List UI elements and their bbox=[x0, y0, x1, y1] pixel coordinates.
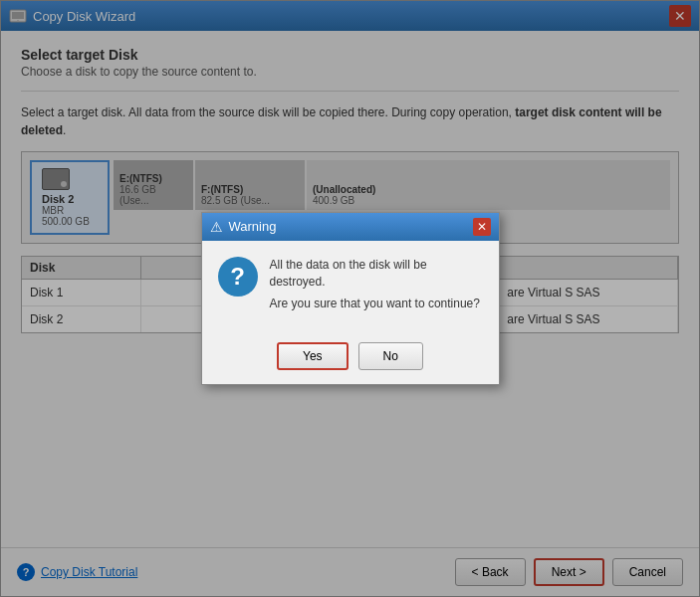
dialog-body: ? All the data on the disk will be destr… bbox=[202, 241, 499, 334]
dialog-message2: Are you sure that you want to continue? bbox=[270, 296, 483, 312]
warning-dialog: ⚠ Warning ✕ ? All the data on the disk w… bbox=[201, 212, 500, 385]
dialog-messages: All the data on the disk will be destroy… bbox=[270, 257, 483, 318]
dialog-overlay: ⚠ Warning ✕ ? All the data on the disk w… bbox=[0, 0, 700, 597]
dialog-close-button[interactable]: ✕ bbox=[473, 218, 491, 236]
warning-title-icon: ⚠ bbox=[210, 219, 223, 235]
dialog-footer: Yes No bbox=[202, 334, 499, 384]
question-mark: ? bbox=[230, 263, 245, 291]
dialog-title: Warning bbox=[229, 219, 473, 234]
yes-button[interactable]: Yes bbox=[277, 342, 349, 370]
no-button[interactable]: No bbox=[358, 342, 423, 370]
dialog-message1: All the data on the disk will be destroy… bbox=[270, 257, 483, 291]
question-icon: ? bbox=[218, 257, 258, 297]
dialog-title-bar: ⚠ Warning ✕ bbox=[202, 213, 499, 241]
